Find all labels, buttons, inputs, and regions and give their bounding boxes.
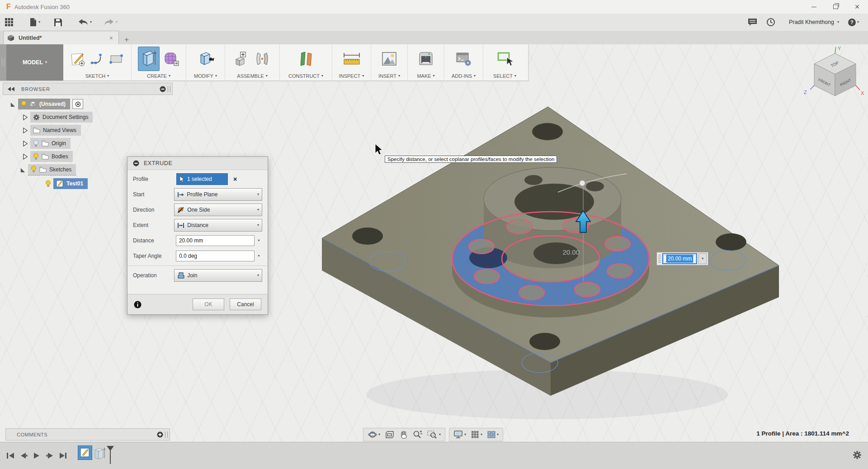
clear-selection-icon[interactable]: × bbox=[233, 175, 237, 183]
bulb-off-icon[interactable] bbox=[33, 140, 39, 147]
workspace-selector[interactable]: MODEL ▾ bbox=[6, 44, 63, 81]
undo-button[interactable]: ▾ bbox=[73, 14, 96, 31]
minimize-button[interactable] bbox=[803, 0, 825, 14]
browser-item-document-settings[interactable]: Document Settings bbox=[23, 112, 93, 123]
distance-value-field[interactable]: 20.00 mm bbox=[662, 253, 697, 264]
sketch-dropdown[interactable]: SKETCH▾ bbox=[63, 71, 131, 81]
timeline-position-marker[interactable] bbox=[106, 445, 114, 464]
drag-grip-icon[interactable] bbox=[658, 254, 661, 263]
info-icon[interactable] bbox=[134, 301, 142, 308]
modify-dropdown[interactable]: MODIFY▾ bbox=[186, 71, 225, 81]
job-status-button[interactable] bbox=[762, 14, 780, 31]
press-pull-icon[interactable] bbox=[197, 50, 214, 67]
new-tab-button[interactable]: + bbox=[119, 35, 134, 44]
expand-closed-icon[interactable] bbox=[23, 128, 28, 133]
browser-item-origin[interactable]: Origin bbox=[23, 138, 71, 149]
insert-image-icon[interactable] bbox=[381, 50, 398, 67]
distance-dropdown-button[interactable]: ▾ bbox=[698, 253, 707, 264]
inspect-dropdown[interactable]: INSPECT▾ bbox=[332, 71, 371, 81]
scripts-addins-icon[interactable] bbox=[455, 50, 473, 67]
construct-plane-icon[interactable] bbox=[297, 50, 315, 67]
measure-icon[interactable] bbox=[342, 51, 361, 67]
timeline-step-forward-button[interactable] bbox=[45, 451, 55, 461]
3d-print-icon[interactable] bbox=[417, 50, 435, 67]
zoom-window-button[interactable]: ▾ bbox=[425, 428, 443, 441]
taper-spinner[interactable]: ▾ bbox=[255, 251, 262, 261]
select-tool-icon[interactable] bbox=[496, 50, 514, 67]
operation-dropdown[interactable]: Join ▾ bbox=[174, 269, 262, 282]
browser-item-named-views[interactable]: Named Views bbox=[23, 125, 81, 136]
minimize-panel-icon[interactable] bbox=[160, 86, 166, 92]
extent-dropdown[interactable]: Distance ▾ bbox=[174, 219, 262, 232]
redo-button[interactable]: ▾ bbox=[99, 14, 122, 31]
distance-spinner[interactable]: ▾ bbox=[255, 235, 262, 246]
timeline-play-button[interactable] bbox=[32, 451, 42, 461]
display-settings-button[interactable]: ▾ bbox=[451, 428, 468, 441]
expand-closed-icon[interactable] bbox=[23, 114, 28, 120]
rectangle-tool-icon[interactable] bbox=[108, 51, 124, 66]
help-menu-button[interactable]: ? ▾ bbox=[844, 14, 863, 31]
orbit-button[interactable]: ▾ bbox=[365, 428, 382, 441]
pan-button[interactable] bbox=[397, 428, 410, 441]
create-sketch-icon[interactable] bbox=[71, 51, 86, 66]
browser-item-root[interactable]: (Unsaved) bbox=[10, 99, 83, 109]
expand-comments-icon[interactable] bbox=[157, 431, 163, 438]
app-launcher-button[interactable] bbox=[0, 14, 18, 31]
grid-snap-button[interactable]: ▾ bbox=[468, 428, 485, 441]
timeline-sketch-feature[interactable] bbox=[78, 445, 92, 460]
comments-button[interactable] bbox=[743, 14, 762, 31]
document-tab-untitled[interactable]: Untitled* × bbox=[3, 31, 119, 44]
zoom-button[interactable] bbox=[410, 428, 425, 441]
save-button[interactable] bbox=[49, 14, 67, 31]
assemble-dropdown[interactable]: ASSEMBLE▾ bbox=[225, 71, 279, 81]
bulb-on-icon[interactable] bbox=[21, 100, 27, 108]
bulb-on-icon[interactable] bbox=[31, 166, 37, 173]
ok-button[interactable]: OK bbox=[193, 298, 224, 310]
expand-closed-icon[interactable] bbox=[23, 154, 28, 160]
browser-item-sketches[interactable]: Sketches bbox=[20, 164, 76, 175]
create-dropdown[interactable]: CREATE▾ bbox=[132, 71, 186, 81]
comments-panel[interactable]: COMMENTS bbox=[5, 428, 170, 441]
timeline-settings-gear-icon[interactable] bbox=[853, 450, 862, 460]
make-dropdown[interactable]: MAKE▾ bbox=[408, 71, 444, 81]
form-tool-icon[interactable] bbox=[163, 50, 179, 67]
timeline-go-to-end-button[interactable] bbox=[58, 451, 68, 461]
start-dropdown[interactable]: Profile Plane ▾ bbox=[174, 188, 262, 201]
expand-open-icon[interactable] bbox=[10, 101, 16, 107]
panel-resize-grip[interactable] bbox=[165, 431, 168, 438]
tab-close-icon[interactable]: × bbox=[108, 34, 115, 42]
arc-tool-icon[interactable] bbox=[90, 51, 105, 66]
construct-dropdown[interactable]: CONSTRUCT▾ bbox=[280, 71, 332, 81]
bulb-on-icon[interactable] bbox=[45, 180, 51, 188]
new-component-icon[interactable] bbox=[234, 50, 250, 67]
collapse-dialog-icon[interactable] bbox=[133, 160, 139, 166]
extrude-tool-active[interactable] bbox=[138, 47, 160, 71]
timeline-step-back-button[interactable] bbox=[19, 451, 28, 461]
user-account-menu[interactable]: Pradit Khemthong ▾ bbox=[780, 14, 844, 31]
browser-item-test01[interactable]: Test01 bbox=[45, 178, 88, 189]
file-menu-button[interactable]: ▾ bbox=[24, 14, 45, 31]
expand-closed-icon[interactable] bbox=[23, 141, 28, 147]
cancel-button[interactable]: Cancel bbox=[230, 298, 261, 310]
joint-icon[interactable] bbox=[254, 50, 270, 67]
profile-selection-button[interactable]: 1 selected bbox=[176, 173, 228, 185]
bulb-on-icon[interactable] bbox=[33, 153, 39, 161]
expand-open-icon[interactable] bbox=[20, 167, 26, 173]
maximize-button[interactable] bbox=[825, 0, 846, 14]
direction-dropdown[interactable]: One Side ▾ bbox=[174, 204, 262, 216]
select-dropdown[interactable]: SELECT▾ bbox=[483, 71, 526, 81]
activate-component-radio[interactable] bbox=[72, 99, 83, 109]
collapse-panel-icon[interactable] bbox=[8, 87, 15, 91]
addins-dropdown[interactable]: ADD-INS▾ bbox=[444, 71, 483, 81]
close-button[interactable]: × bbox=[846, 0, 868, 14]
taper-angle-input[interactable]: 0.0 deg bbox=[176, 251, 255, 261]
viewports-button[interactable]: ▾ bbox=[485, 428, 501, 441]
dialog-header[interactable]: EXTRUDE bbox=[127, 157, 268, 170]
toolbar-grip[interactable] bbox=[0, 44, 6, 81]
browser-item-bodies[interactable]: Bodies bbox=[23, 151, 73, 162]
timeline-go-to-start-button[interactable] bbox=[5, 451, 15, 461]
insert-dropdown[interactable]: INSERT▾ bbox=[371, 71, 407, 81]
look-at-button[interactable] bbox=[382, 428, 397, 441]
panel-resize-grip[interactable] bbox=[168, 86, 170, 92]
distance-input[interactable]: 20.00 mm bbox=[176, 235, 255, 246]
